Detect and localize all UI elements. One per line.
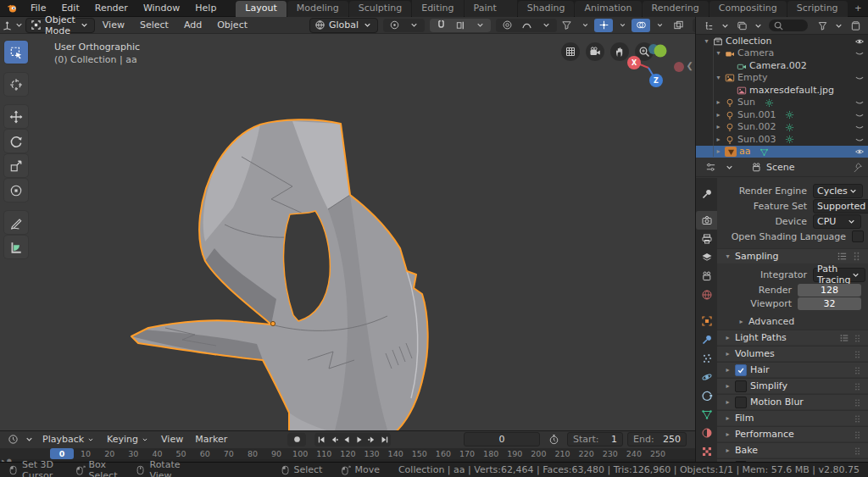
tool-rotate[interactable] — [4, 130, 28, 153]
chevron-down-icon[interactable] — [613, 19, 632, 32]
workspace-tab-shading[interactable]: Shading — [518, 1, 575, 17]
expander-arrow[interactable]: ▸ — [715, 136, 722, 143]
gizmo-axis-y[interactable] — [654, 45, 667, 58]
timeline-menu-playback[interactable]: Playback — [36, 434, 101, 445]
expander-arrow[interactable]: ▾ — [715, 74, 722, 81]
tool-select-box[interactable] — [4, 41, 28, 64]
expander-arrow[interactable]: ▸ — [715, 123, 722, 130]
panel-volumes[interactable]: ▸Volumes — [717, 346, 868, 361]
viewport-menu-object[interactable]: Object — [209, 19, 255, 31]
panel-motion-blur[interactable]: ▸Motion Blur — [717, 394, 868, 409]
panel-simplify[interactable]: ▸Simplify — [717, 378, 868, 393]
snap-to-button[interactable] — [451, 19, 470, 32]
tool-move[interactable] — [4, 105, 28, 128]
properties-editor-button[interactable] — [701, 160, 720, 174]
use-preview-range-button[interactable] — [544, 433, 563, 446]
viewport-samples-field[interactable]: 32 — [798, 297, 861, 310]
expander-arrow[interactable]: ▸ — [715, 111, 722, 119]
outliner-row-sun[interactable]: ▸Sun — [696, 97, 868, 109]
viewport-menu-select[interactable]: Select — [132, 19, 176, 31]
hide-toggle[interactable] — [854, 121, 865, 132]
subpanel-advanced[interactable]: ▸ Advanced — [717, 314, 868, 329]
workspace-tab-texture-paint[interactable]: Texture Paint — [465, 0, 517, 17]
workspace-tab-animation[interactable]: Animation — [575, 1, 641, 17]
properties-tab-render[interactable] — [696, 211, 717, 230]
overlays-button[interactable] — [632, 19, 650, 32]
add-workspace-button[interactable]: + — [849, 1, 868, 16]
jump-start-button[interactable] — [314, 433, 327, 446]
outliner-row-collection[interactable]: ▾Collection — [696, 35, 868, 47]
feature-set-dropdown[interactable]: Supported — [813, 199, 868, 214]
viewport-menu-add[interactable]: Add — [176, 19, 209, 31]
filter-button[interactable] — [813, 19, 832, 32]
hide-toggle[interactable] — [854, 36, 865, 47]
hide-toggle[interactable] — [854, 97, 865, 108]
panel-hair[interactable]: ▸Hair — [717, 362, 868, 377]
hide-toggle[interactable] — [854, 146, 865, 157]
chevron-down-icon[interactable] — [24, 434, 35, 446]
pivot-point-button[interactable] — [385, 19, 403, 32]
outliner-row-aa[interactable]: ▸aa — [696, 146, 868, 158]
jump-end-button[interactable] — [378, 433, 391, 446]
grid-view-button[interactable] — [561, 42, 580, 61]
outliner-row-maxresdefault-jpg[interactable]: maxresdefault.jpg — [696, 84, 868, 97]
render-engine-dropdown[interactable]: Cycles — [813, 184, 863, 198]
viewport-menu-view[interactable]: View — [95, 19, 132, 31]
preset-icon[interactable] — [837, 251, 848, 263]
panel-film[interactable]: ▸Film — [717, 410, 868, 425]
outliner-row-camera-002[interactable]: Camera.002 — [696, 59, 868, 72]
expander-arrow[interactable]: ▾ — [715, 49, 722, 57]
object-origin-dot[interactable] — [270, 321, 275, 325]
transform-orientation-dropdown[interactable]: Global — [309, 18, 378, 33]
properties-tab-output[interactable] — [696, 230, 717, 248]
timeline-menu-marker[interactable]: Marker — [189, 434, 233, 445]
properties-tab-object-data[interactable] — [696, 405, 717, 424]
properties-tab-texture[interactable] — [696, 442, 717, 461]
viewport-3d[interactable]: User Orthographic (0) Collection | aa X … — [0, 34, 695, 430]
sidebar-collapse-arrow[interactable]: ❮ — [687, 61, 693, 70]
properties-tab-view-layer[interactable] — [696, 248, 717, 267]
timeline-editor-button[interactable] — [3, 433, 22, 446]
workspace-tab-rendering[interactable]: Rendering — [643, 1, 709, 17]
panel-performance[interactable]: ▸Performance — [717, 426, 868, 441]
mode-dropdown[interactable]: Object Mode — [25, 18, 95, 33]
properties-tab-world[interactable] — [696, 286, 717, 304]
xray-button[interactable] — [669, 19, 687, 32]
simplify-checkbox[interactable] — [735, 380, 747, 392]
editor-type-button[interactable] — [3, 19, 22, 32]
panel-sampling[interactable]: ▾ Sampling — [717, 248, 868, 263]
chevron-down-icon[interactable] — [470, 19, 489, 32]
current-frame-field[interactable]: 0 — [464, 432, 540, 446]
outliner-row-sun-003[interactable]: ▸Sun.003 — [696, 133, 868, 146]
panel-light-paths[interactable]: ▸Light Paths — [717, 330, 868, 345]
osl-checkbox[interactable] — [852, 230, 864, 242]
new-collection-button[interactable] — [846, 19, 865, 32]
workspace-tab-sculpting[interactable]: Sculpting — [349, 1, 411, 17]
falloff-curve-button[interactable] — [517, 19, 536, 32]
play-button[interactable] — [353, 433, 365, 446]
auto-key-button[interactable] — [287, 433, 306, 446]
workspace-tab-scripting[interactable]: Scripting — [787, 1, 848, 17]
frame-start-field[interactable]: Start: 1 — [567, 432, 623, 446]
properties-tab-object[interactable] — [696, 312, 717, 330]
pin-icon[interactable] — [852, 161, 863, 173]
tool-transform[interactable] — [4, 179, 28, 202]
chevron-down-icon[interactable] — [404, 19, 423, 32]
play-reverse-button[interactable] — [340, 433, 353, 446]
gizmo-axis-neg-x[interactable] — [674, 62, 684, 72]
menu-render[interactable]: Render — [87, 0, 136, 16]
timeline-menu-keying[interactable]: Keying — [101, 434, 155, 445]
navigation-gizmo[interactable]: X Z — [619, 38, 695, 97]
tool-cursor[interactable] — [4, 73, 28, 96]
properties-tab-tool[interactable] — [696, 185, 717, 203]
hide-toggle[interactable] — [854, 109, 865, 120]
chevron-down-icon[interactable] — [833, 19, 844, 31]
display-mode-button[interactable] — [732, 19, 751, 32]
hide-toggle[interactable] — [854, 47, 865, 58]
outliner-search[interactable] — [769, 19, 808, 31]
chevron-down-icon[interactable] — [724, 161, 735, 173]
chevron-down-icon[interactable] — [537, 19, 555, 32]
hide-toggle[interactable] — [854, 72, 865, 83]
hide-toggle[interactable] — [854, 134, 865, 145]
render-samples-field[interactable]: 128 — [798, 284, 861, 297]
